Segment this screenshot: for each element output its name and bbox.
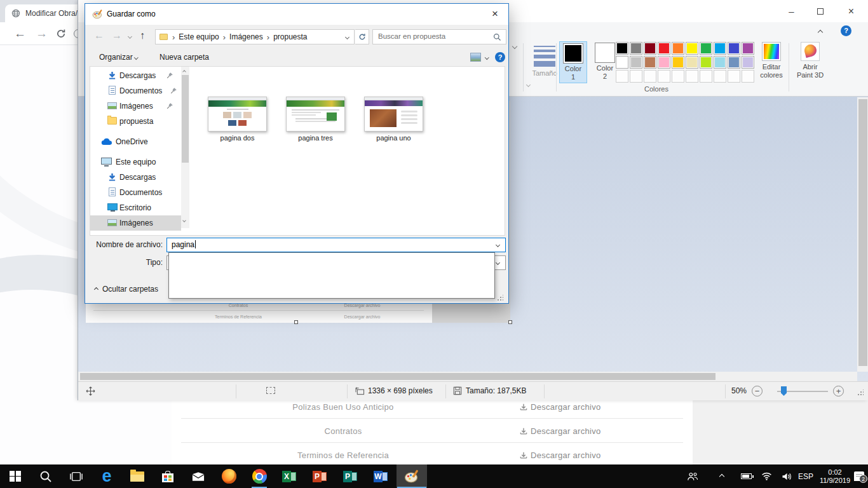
dialog-resize-grip[interactable] — [497, 295, 503, 301]
palette-empty-slot[interactable] — [686, 70, 698, 83]
scrollbar-thumb[interactable] — [80, 373, 715, 380]
palette-swatch[interactable] — [686, 42, 698, 55]
palette-swatch[interactable] — [672, 42, 684, 55]
tray-people-icon[interactable] — [681, 464, 704, 488]
tray-clock[interactable]: 0:0211/9/2019 — [817, 464, 853, 488]
back-icon[interactable]: ← — [14, 22, 26, 45]
taskbar-firefox-icon[interactable] — [214, 464, 244, 488]
palette-swatch[interactable] — [700, 56, 712, 69]
palette-empty-slot[interactable] — [644, 70, 656, 83]
dialog-close-button[interactable]: × — [484, 4, 506, 25]
collapse-ribbon-icon[interactable] — [818, 30, 823, 35]
tray-language-indicator[interactable]: ESP — [794, 464, 817, 488]
palette-empty-slot[interactable] — [742, 70, 754, 83]
download-link[interactable]: Descargar archivo — [520, 402, 601, 412]
maximize-button[interactable] — [806, 0, 834, 22]
view-dropdown-icon[interactable] — [485, 55, 489, 59]
palette-swatch[interactable] — [672, 56, 684, 69]
vertical-scrollbar[interactable] — [857, 97, 868, 372]
sidebar-item-descargas[interactable]: Descargas — [90, 68, 181, 83]
palette-swatch[interactable] — [742, 42, 754, 55]
nav-up-icon[interactable]: ↑ — [140, 30, 145, 41]
palette-swatch[interactable] — [700, 42, 712, 55]
breadcrumb-item[interactable]: Imágenes — [229, 32, 263, 41]
palette-swatch[interactable] — [714, 56, 726, 69]
address-dropdown-icon[interactable] — [345, 35, 349, 39]
scroll-down-icon[interactable] — [182, 219, 186, 222]
taskbar-word-icon[interactable]: W — [366, 464, 397, 488]
color2-button[interactable]: Color2 — [591, 41, 619, 83]
scrollbar-thumb[interactable] — [182, 75, 189, 163]
sidebar-item-propuesta[interactable]: propuesta — [90, 114, 181, 129]
palette-empty-slot[interactable] — [616, 70, 628, 83]
action-center-button[interactable]: 2 — [850, 464, 868, 488]
recent-locations-icon[interactable] — [128, 34, 132, 39]
canvas-resize-handle[interactable] — [294, 320, 298, 324]
file-item[interactable]: pagina tres — [276, 97, 355, 142]
taskbar-paint-button[interactable] — [397, 464, 427, 488]
start-button[interactable] — [0, 464, 31, 488]
palette-swatch[interactable] — [616, 56, 628, 69]
palette-swatch[interactable] — [742, 56, 754, 69]
help-icon[interactable]: ? — [841, 25, 851, 36]
edit-colors-button[interactable]: Editarcolores — [757, 41, 786, 83]
palette-swatch[interactable] — [658, 42, 670, 55]
scrollbar-thumb[interactable] — [858, 99, 867, 366]
taskbar-store-icon[interactable] — [153, 464, 183, 488]
shapes-gallery-arrow-icon[interactable] — [512, 44, 517, 49]
file-item[interactable]: pagina uno — [355, 97, 433, 142]
palette-empty-slot[interactable] — [658, 70, 670, 83]
sidebar-item-imagenes[interactable]: Imágenes — [90, 98, 181, 114]
forward-icon[interactable]: → — [36, 22, 48, 45]
color1-button[interactable]: Color1 — [559, 41, 587, 83]
zoom-in-button[interactable]: + — [833, 386, 844, 396]
hide-folders-button[interactable]: Ocultar carpetas — [95, 285, 158, 294]
tray-chevron-up[interactable] — [712, 464, 732, 488]
sidebar-item-este-equipo[interactable]: Este equipo — [90, 154, 181, 170]
taskbar-powerpoint-icon[interactable]: P — [305, 464, 336, 488]
nav-forward-icon[interactable]: → — [112, 30, 122, 41]
sidebar-item-escritorio[interactable]: Escritorio — [90, 200, 181, 215]
palette-swatch[interactable] — [728, 42, 740, 55]
file-item[interactable]: pagina dos — [198, 97, 276, 142]
taskbar-mail-icon[interactable] — [183, 464, 214, 488]
taskbar-file-explorer-icon[interactable] — [122, 464, 153, 488]
organize-button[interactable]: Organizar — [99, 53, 138, 62]
reload-icon[interactable] — [56, 29, 66, 41]
palette-swatch[interactable] — [658, 56, 670, 69]
sidebar-item-documentos[interactable]: Documentos — [90, 83, 181, 98]
sidebar-item-imagenes-2[interactable]: Imágenes — [90, 215, 181, 231]
palette-swatch[interactable] — [714, 42, 726, 55]
palette-swatch[interactable] — [616, 42, 628, 55]
nav-back-icon[interactable]: ← — [94, 30, 104, 41]
breadcrumb-item[interactable]: propuesta — [273, 32, 307, 41]
canvas-resize-handle[interactable] — [508, 320, 512, 324]
palette-empty-slot[interactable] — [700, 70, 712, 83]
horizontal-scrollbar[interactable] — [78, 372, 857, 381]
tray-wifi-icon[interactable] — [756, 464, 776, 488]
close-button[interactable]: × — [837, 0, 865, 22]
palette-swatch[interactable] — [686, 56, 698, 69]
taskbar-excel-icon[interactable]: X — [275, 464, 305, 488]
download-link[interactable]: Descargar archivo — [520, 451, 601, 460]
download-link[interactable]: Descargar archivo — [520, 426, 601, 436]
dialog-help-icon[interactable]: ? — [495, 52, 505, 62]
zoom-out-button[interactable]: − — [752, 386, 763, 396]
palette-swatch[interactable] — [728, 56, 740, 69]
zoom-slider-thumb[interactable] — [781, 386, 787, 396]
breadcrumb-item[interactable]: Este equipo — [179, 32, 219, 41]
sidebar-item-descargas-2[interactable]: Descargas — [90, 170, 181, 185]
size-button[interactable]: Tamaño — [527, 41, 562, 94]
tray-battery-icon[interactable] — [736, 464, 756, 488]
palette-swatch[interactable] — [644, 42, 656, 55]
taskbar-search-button[interactable] — [31, 464, 61, 488]
palette-empty-slot[interactable] — [672, 70, 684, 83]
filename-dropdown-icon[interactable] — [496, 243, 500, 247]
palette-empty-slot[interactable] — [728, 70, 740, 83]
refresh-button[interactable] — [355, 29, 369, 44]
new-folder-button[interactable]: Nueva carpeta — [159, 53, 209, 62]
type-dropdown-icon[interactable] — [496, 261, 500, 265]
scroll-up-icon[interactable] — [182, 70, 186, 74]
taskbar-chrome-icon[interactable] — [244, 464, 275, 488]
filename-input[interactable]: pagina — [166, 238, 506, 252]
